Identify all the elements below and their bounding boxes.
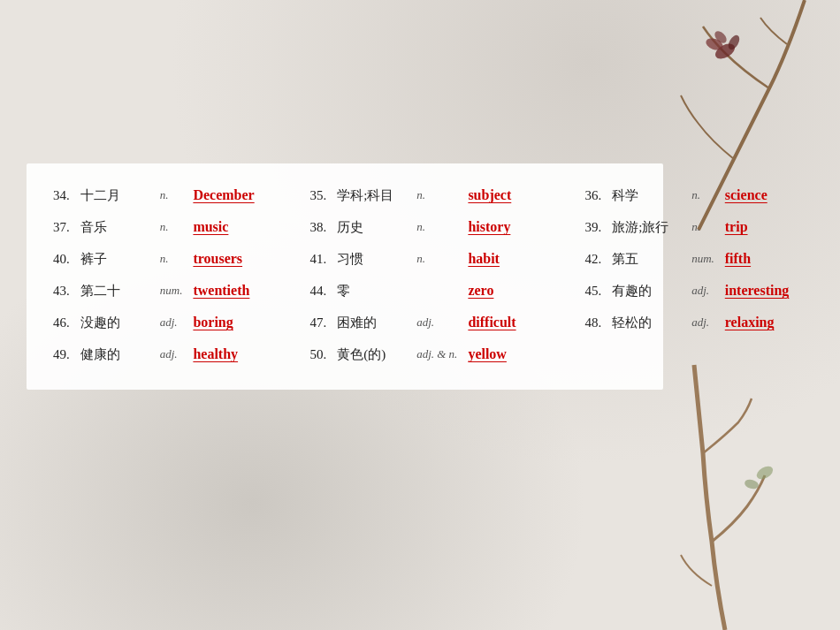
column-divider <box>569 211 579 243</box>
english-answer: subject <box>462 179 569 211</box>
part-of-speech: n. <box>155 179 188 211</box>
part-of-speech: n. <box>155 243 188 275</box>
chinese-text: 健康的 <box>75 338 155 370</box>
part-of-speech <box>686 338 720 370</box>
english-answer: healthy <box>187 338 294 370</box>
item-number: 43. <box>48 275 75 307</box>
part-of-speech: adj. <box>155 307 188 338</box>
column-divider <box>294 338 304 370</box>
chinese-text: 第二十 <box>75 275 155 307</box>
column-divider <box>569 243 579 275</box>
part-of-speech <box>411 275 462 307</box>
item-number: 44. <box>304 275 332 307</box>
english-answer: habit <box>462 243 569 275</box>
item-number <box>579 338 607 370</box>
column-divider <box>294 243 304 275</box>
english-answer: zero <box>462 275 569 307</box>
chinese-text: 学科;科目 <box>332 179 411 211</box>
chinese-text: 零 <box>332 275 411 307</box>
svg-point-8 <box>754 464 775 482</box>
item-number: 38. <box>304 211 332 243</box>
english-answer: interesting <box>720 275 826 307</box>
part-of-speech: adj. <box>686 275 720 307</box>
part-of-speech: n. <box>686 211 720 243</box>
column-divider <box>294 307 304 338</box>
chinese-text: 第五 <box>607 243 686 275</box>
english-answer: trousers <box>187 243 294 275</box>
item-number: 49. <box>48 338 75 370</box>
part-of-speech: n. <box>155 211 188 243</box>
column-divider <box>569 275 579 307</box>
english-answer: history <box>462 211 569 243</box>
english-answer: relaxing <box>720 307 826 338</box>
chinese-text: 没趣的 <box>75 307 155 338</box>
svg-point-2 <box>726 34 742 52</box>
english-answer: trip <box>720 211 826 243</box>
svg-point-9 <box>744 478 760 490</box>
english-answer: music <box>187 211 294 243</box>
part-of-speech: num. <box>686 243 720 275</box>
english-answer: twentieth <box>187 275 294 307</box>
part-of-speech: adj. & n. <box>411 338 462 370</box>
table-row: 46.没趣的adj.boring47.困难的adj.difficult48.轻松… <box>48 307 826 338</box>
english-answer: December <box>187 179 294 211</box>
column-divider <box>569 307 579 338</box>
item-number: 35. <box>304 179 332 211</box>
item-number: 42. <box>579 243 607 275</box>
svg-point-1 <box>705 36 725 52</box>
part-of-speech: n. <box>686 179 720 211</box>
chinese-text: 裤子 <box>75 243 155 275</box>
column-divider <box>294 179 304 211</box>
part-of-speech: n. <box>411 243 462 275</box>
svg-point-0 <box>713 41 737 62</box>
column-divider <box>569 338 579 370</box>
part-of-speech: adj. <box>411 307 462 338</box>
table-row: 34.十二月n.December35.学科;科目n.subject36.科学n.… <box>48 179 826 211</box>
english-answer <box>720 338 826 370</box>
chinese-text: 音乐 <box>75 211 155 243</box>
item-number: 37. <box>48 211 75 243</box>
chinese-text: 旅游;旅行 <box>607 211 686 243</box>
item-number: 45. <box>579 275 607 307</box>
vocab-card: 34.十二月n.December35.学科;科目n.subject36.科学n.… <box>27 163 663 390</box>
item-number: 48. <box>579 307 607 338</box>
table-row: 43.第二十num.twentieth44.零zero45.有趣的adj.int… <box>48 275 826 307</box>
chinese-text: 科学 <box>607 179 686 211</box>
item-number: 50. <box>304 338 332 370</box>
column-divider <box>569 179 579 211</box>
english-answer: boring <box>187 307 294 338</box>
english-answer: science <box>720 179 826 211</box>
item-number: 39. <box>579 211 607 243</box>
column-divider <box>294 211 304 243</box>
item-number: 40. <box>48 243 75 275</box>
chinese-text: 习惯 <box>332 243 411 275</box>
item-number: 46. <box>48 307 75 338</box>
chinese-text: 黄色(的) <box>332 338 411 370</box>
item-number: 47. <box>304 307 332 338</box>
chinese-text <box>607 338 686 370</box>
chinese-text: 困难的 <box>332 307 411 338</box>
part-of-speech: adj. <box>155 338 188 370</box>
table-row: 40.裤子n.trousers41.习惯n.habit42.第五num.fift… <box>48 243 826 275</box>
chinese-text: 有趣的 <box>607 275 686 307</box>
table-row: 37.音乐n.music38.历史n.history39.旅游;旅行n.trip <box>48 211 826 243</box>
chinese-text: 轻松的 <box>607 307 686 338</box>
chinese-text: 历史 <box>332 211 411 243</box>
part-of-speech: n. <box>411 179 462 211</box>
table-row: 49.健康的adj.healthy50.黄色(的)adj. & n.yellow <box>48 338 826 370</box>
english-answer: yellow <box>462 338 569 370</box>
column-divider <box>294 275 304 307</box>
item-number: 41. <box>304 243 332 275</box>
part-of-speech: n. <box>411 211 462 243</box>
english-answer: fifth <box>720 243 826 275</box>
svg-point-3 <box>713 29 729 45</box>
item-number: 34. <box>48 179 75 211</box>
chinese-text: 十二月 <box>75 179 155 211</box>
part-of-speech: adj. <box>686 307 720 338</box>
english-answer: difficult <box>462 307 569 338</box>
part-of-speech: num. <box>155 275 188 307</box>
item-number: 36. <box>579 179 607 211</box>
vocab-table: 34.十二月n.December35.学科;科目n.subject36.科学n.… <box>48 179 826 370</box>
